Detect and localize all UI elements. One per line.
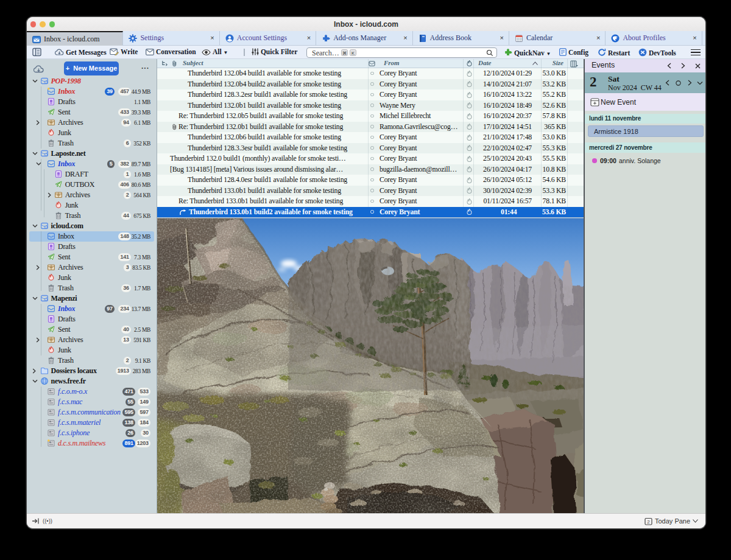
svg-text:2: 2 — [647, 519, 650, 525]
